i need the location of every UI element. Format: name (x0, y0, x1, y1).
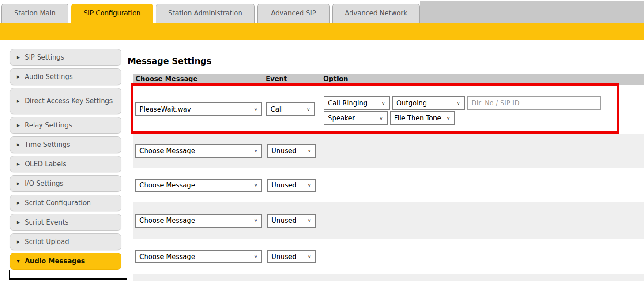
chevron-down-icon: ∨ (380, 101, 389, 105)
chevron-down-icon: ∨ (444, 116, 454, 120)
tab-bar: Station Main SIP Configuration Station A… (1, 4, 420, 23)
chevron-down-icon: ∨ (252, 183, 261, 187)
selected-message: Choose Message (136, 217, 252, 225)
choose-message-select[interactable]: Choose Message ∨ (135, 179, 262, 192)
sidebar: ▶ SIP Settings ▶ Audio Settings ▶ Direct… (10, 49, 121, 270)
choose-message-select[interactable]: PleaseWait.wav ∨ (135, 102, 262, 116)
column-header-event: Event (266, 74, 287, 85)
tab-station-administration[interactable]: Station Administration (156, 4, 255, 23)
chevron-right-icon: ▶ (17, 123, 20, 127)
direction-select[interactable]: Outgoing ∨ (392, 96, 465, 110)
selected-play-mode: File Then Tone (391, 114, 444, 122)
sidebar-item-label: OLED Labels (25, 160, 66, 168)
selected-message: Choose Message (136, 253, 252, 261)
chevron-down-icon: ∨ (252, 254, 261, 259)
sidebar-item-label: SIP Settings (25, 53, 64, 61)
event-select[interactable]: Unused ∨ (267, 214, 316, 228)
chevron-right-icon: ▶ (17, 162, 20, 166)
chevron-right-icon: ▶ (17, 142, 20, 147)
call-state-select[interactable]: Call Ringing ∨ (324, 96, 390, 110)
chevron-down-icon: ∨ (305, 148, 315, 153)
sidebar-item-label: Script Configuration (25, 199, 91, 207)
chevron-down-icon: ∨ (252, 218, 261, 223)
sidebar-item-oled-labels[interactable]: ▶ OLED Labels (10, 156, 121, 172)
dir-no-sip-id-input[interactable] (467, 96, 601, 110)
accent-banner (0, 23, 644, 40)
event-select[interactable]: Unused ∨ (267, 250, 316, 263)
sidebar-item-label: I/O Settings (25, 180, 64, 187)
sidebar-expanded-panel (9, 270, 127, 280)
choose-message-select[interactable]: Choose Message ∨ (135, 144, 262, 158)
chevron-down-icon: ∨ (305, 107, 314, 112)
sidebar-item-audio-messages[interactable]: ▼ Audio Messages (10, 253, 121, 270)
sidebar-item-label: Time Settings (25, 141, 70, 149)
event-select[interactable]: Unused ∨ (267, 179, 316, 192)
selected-event: Unused (268, 147, 305, 155)
chevron-down-icon: ∨ (305, 218, 315, 223)
choose-message-select[interactable]: Choose Message ∨ (135, 250, 262, 263)
column-header-option: Option (323, 74, 348, 85)
chevron-down-icon: ∨ (305, 254, 315, 259)
sidebar-item-label: Script Events (25, 218, 68, 226)
message-row-1: PleaseWait.wav ∨ Call ∨ Call Ringing ∨ O… (133, 85, 644, 134)
play-mode-select[interactable]: File Then Tone ∨ (390, 111, 455, 125)
sidebar-item-relay-settings[interactable]: ▶ Relay Settings (10, 117, 121, 134)
sidebar-item-label: Audio Settings (25, 73, 73, 81)
chevron-right-icon: ▶ (17, 99, 20, 103)
chevron-down-icon: ∨ (305, 183, 315, 187)
sidebar-item-io-settings[interactable]: ▶ I/O Settings (10, 175, 121, 192)
chevron-down-icon: ∨ (455, 101, 464, 105)
chevron-down-icon: ∨ (377, 116, 387, 120)
sidebar-item-audio-settings[interactable]: ▶ Audio Settings (10, 68, 121, 85)
sidebar-item-script-events[interactable]: ▶ Script Events (10, 214, 121, 231)
selected-message: Choose Message (136, 181, 252, 189)
message-row-2: Choose Message ∨ Unused ∨ (133, 134, 644, 168)
sidebar-item-label: Script Upload (25, 238, 69, 246)
choose-message-select[interactable]: Choose Message ∨ (135, 214, 262, 228)
tab-advanced-sip[interactable]: Advanced SIP (257, 4, 330, 23)
chevron-down-icon: ∨ (252, 148, 261, 153)
chevron-right-icon: ▶ (17, 55, 20, 60)
chevron-right-icon: ▶ (17, 181, 20, 186)
tab-station-main[interactable]: Station Main (1, 4, 68, 23)
message-row-5: Choose Message ∨ Unused ∨ (133, 239, 644, 274)
message-row-6-partial (133, 274, 644, 281)
chevron-right-icon: ▶ (17, 201, 20, 205)
chevron-down-icon: ▼ (17, 259, 20, 263)
event-select[interactable]: Unused ∨ (267, 144, 316, 158)
selected-message: PleaseWait.wav (136, 105, 252, 113)
sidebar-item-direct-access-key-settings[interactable]: ▶ Direct Access Key Settings (10, 88, 121, 114)
page-title: Message Settings (128, 56, 211, 66)
selected-call-state: Call Ringing (324, 99, 380, 107)
chevron-right-icon: ▶ (17, 220, 20, 225)
selected-event: Unused (268, 181, 305, 189)
sidebar-item-label: Direct Access Key Settings (25, 97, 113, 105)
sidebar-item-label: Audio Messages (25, 257, 85, 265)
chevron-down-icon: ∨ (252, 107, 261, 112)
tab-advanced-network[interactable]: Advanced Network (332, 4, 420, 23)
chevron-right-icon: ▶ (17, 75, 20, 79)
column-header-choose-message: Choose Message (136, 74, 198, 85)
selected-output: Speaker (324, 114, 377, 122)
chevron-right-icon: ▶ (17, 240, 20, 244)
selected-event: Call (267, 105, 305, 113)
sidebar-item-script-configuration[interactable]: ▶ Script Configuration (10, 195, 121, 211)
sidebar-item-label: Relay Settings (25, 121, 72, 129)
tab-sip-configuration[interactable]: SIP Configuration (71, 4, 153, 24)
selected-message: Choose Message (136, 147, 252, 155)
message-row-3: Choose Message ∨ Unused ∨ (133, 168, 644, 202)
message-row-4: Choose Message ∨ Unused ∨ (133, 202, 644, 239)
selected-event: Unused (268, 253, 305, 261)
sidebar-item-script-upload[interactable]: ▶ Script Upload (10, 233, 121, 250)
output-select[interactable]: Speaker ∨ (324, 111, 388, 125)
table-header: Choose Message Event Option (133, 74, 644, 85)
tab-strip-filler (420, 1, 644, 23)
event-select[interactable]: Call ∨ (266, 102, 315, 116)
selected-direction: Outgoing (393, 99, 455, 107)
selected-event: Unused (268, 217, 305, 225)
sidebar-item-sip-settings[interactable]: ▶ SIP Settings (10, 49, 121, 66)
sidebar-item-time-settings[interactable]: ▶ Time Settings (10, 136, 121, 153)
